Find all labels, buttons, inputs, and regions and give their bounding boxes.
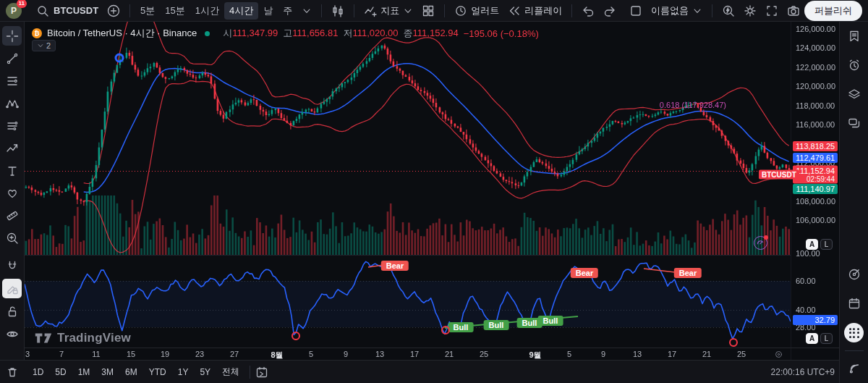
replay-button[interactable]: 리플레이 <box>503 2 566 20</box>
watchlist-panel-button[interactable] <box>846 28 862 44</box>
rsi-tick: 40.00 <box>796 306 816 314</box>
timeframe-날[interactable]: 날 <box>258 2 278 20</box>
timeframe-dropdown[interactable] <box>297 4 316 18</box>
unlock-tool[interactable] <box>2 301 22 321</box>
indicators-icon <box>364 4 377 17</box>
forecast-tool[interactable] <box>2 116 22 135</box>
snapshot-button[interactable] <box>783 2 804 20</box>
bear-signal-label[interactable]: Bear <box>381 261 409 271</box>
indicators-button[interactable]: 지표 <box>359 2 417 20</box>
range-6M[interactable]: 6M <box>120 365 142 379</box>
publish-button[interactable]: 퍼블리쉬 <box>804 1 862 21</box>
bull-signal-label[interactable]: Bull <box>484 320 509 330</box>
technicals-gauge-icon[interactable] <box>754 236 767 250</box>
fib-level-label[interactable]: 0.618 (117,928.47) <box>660 101 726 109</box>
time-tick: 7 <box>59 350 64 358</box>
price-tick: 108,000.00 <box>796 197 835 206</box>
fullscreen-button[interactable] <box>761 2 783 20</box>
price-log-scale-button[interactable]: L <box>820 239 833 250</box>
timeframe-1시간[interactable]: 1시간 <box>190 2 224 20</box>
time-axis[interactable]: 3711151923278월59131721259월5913172125 <box>25 348 839 360</box>
price-tick: 126,000.00 <box>796 25 835 33</box>
time-tick: 5 <box>309 350 313 358</box>
ruler-tool[interactable] <box>2 206 22 225</box>
oversold-circle-marker[interactable] <box>292 332 300 340</box>
chart-legend[interactable]: ₿ Bitcoin / TetherUS · 4시간 · Binance 시11… <box>32 27 539 40</box>
crosshair-tool[interactable] <box>2 26 22 46</box>
text-tool[interactable] <box>2 161 22 180</box>
user-avatar[interactable]: P11 <box>6 3 22 19</box>
range-3M[interactable]: 3M <box>96 365 119 379</box>
chat-panel-button[interactable] <box>846 115 862 131</box>
zoom-in-tool[interactable] <box>2 228 22 248</box>
layout-grid-button[interactable] <box>417 2 439 20</box>
bear-signal-label[interactable]: Bear <box>571 268 598 278</box>
timeframe-주[interactable]: 주 <box>278 2 297 20</box>
calendar-icon <box>848 297 861 310</box>
quick-search-button[interactable] <box>718 2 739 20</box>
trash-icon[interactable] <box>6 366 19 379</box>
rsi-auto-scale-button[interactable]: A <box>806 333 818 344</box>
price-tick: 118,000.00 <box>796 101 835 110</box>
timeframe-15분[interactable]: 15분 <box>160 2 190 20</box>
search-icon <box>36 4 49 17</box>
chevron-down-icon <box>692 6 702 16</box>
alarm-panel-button[interactable] <box>846 57 862 73</box>
redo-button[interactable] <box>599 2 621 20</box>
range-YTD[interactable]: YTD <box>144 365 171 379</box>
eye-tool[interactable] <box>2 324 22 343</box>
settings-button[interactable] <box>739 2 761 20</box>
right-sidebar <box>839 22 868 383</box>
range-1Y[interactable]: 1Y <box>173 365 194 379</box>
drawing-anchor-circle[interactable] <box>115 54 124 63</box>
current-price-chip: 111,152.9402:59:44 <box>793 166 838 184</box>
fib-retracement-icon <box>6 75 19 88</box>
range-1M[interactable]: 1M <box>73 365 95 379</box>
draw-lock-tool[interactable] <box>2 279 22 298</box>
layout-select-checkbox[interactable] <box>625 2 647 20</box>
calendar-panel-button[interactable] <box>846 295 862 311</box>
wave-arrow-tool[interactable] <box>2 138 22 158</box>
time-tick: 23 <box>195 350 204 358</box>
bull-signal-label[interactable]: Bull <box>538 316 563 326</box>
range-전체[interactable]: 전체 <box>217 363 244 380</box>
unlock-icon <box>6 305 19 318</box>
timeframe-4시간[interactable]: 4시간 <box>224 2 258 20</box>
range-1D[interactable]: 1D <box>27 365 48 379</box>
timeframe-5분[interactable]: 5분 <box>135 2 160 20</box>
bear-signal-label[interactable]: Bear <box>674 268 702 278</box>
pane-separator[interactable] <box>25 255 791 256</box>
bull-signal-label[interactable]: Bull <box>448 322 474 332</box>
layout-name-dropdown[interactable]: 이름없음 <box>647 2 707 20</box>
undo-icon <box>582 4 595 17</box>
goto-date-icon[interactable] <box>255 366 268 379</box>
compare-add-button[interactable] <box>103 2 124 20</box>
alert-button[interactable]: 얼러트 <box>450 2 503 20</box>
trend-line-tool[interactable] <box>2 49 22 68</box>
legend-collapse-button[interactable]: 2 <box>32 40 56 51</box>
undo-button[interactable] <box>577 2 599 20</box>
oversold-circle-marker[interactable] <box>729 338 738 347</box>
apps-menu-button[interactable] <box>844 323 864 342</box>
price-auto-scale-button[interactable]: A <box>806 239 818 250</box>
heart-icon <box>6 187 19 200</box>
xabcd-pattern-tool[interactable] <box>2 93 22 113</box>
magnet-tool[interactable] <box>2 256 22 276</box>
price-scale[interactable]: 126,000.00124,000.00122,000.00120,000.00… <box>791 22 839 360</box>
chart-style-button[interactable] <box>327 2 349 20</box>
time-axis-settings-icon[interactable] <box>774 350 783 359</box>
oversold-circle-marker[interactable] <box>441 326 450 334</box>
rsi-log-scale-button[interactable]: L <box>820 333 833 344</box>
fib-retracement-tool[interactable] <box>2 71 22 91</box>
trend-line-icon <box>6 52 19 65</box>
layers-panel-button[interactable] <box>846 86 862 102</box>
range-5D[interactable]: 5D <box>50 365 71 379</box>
range-5Y[interactable]: 5Y <box>195 365 216 379</box>
redo-icon <box>603 4 616 17</box>
target-panel-button[interactable] <box>846 266 862 282</box>
wifi-status-icon[interactable] <box>846 361 862 376</box>
clock-utc[interactable]: 22:00:16 UTC+9 <box>771 367 835 377</box>
heart-tool[interactable] <box>2 183 22 203</box>
symbol-search-button[interactable]: BTCUSDT <box>32 2 103 20</box>
price-chart-canvas[interactable] <box>25 22 791 255</box>
